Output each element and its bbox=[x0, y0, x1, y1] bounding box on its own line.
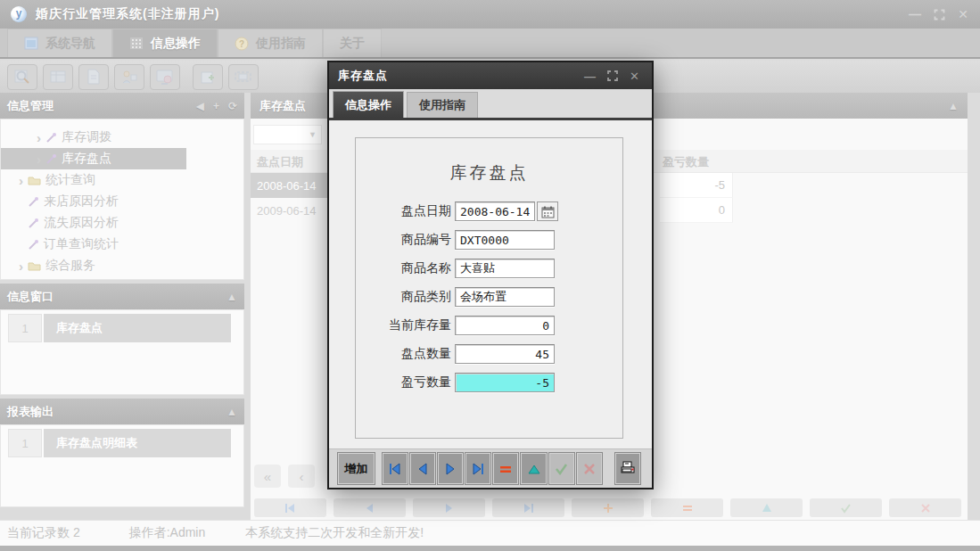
window-close-button[interactable]: ✕ bbox=[955, 6, 971, 22]
svg-text:?: ? bbox=[239, 39, 244, 49]
cancel-button[interactable] bbox=[577, 453, 602, 484]
pin-icon[interactable]: + bbox=[213, 100, 219, 112]
nav-first-button[interactable] bbox=[254, 498, 326, 517]
calendar-button[interactable] bbox=[537, 201, 558, 221]
column-header-qty[interactable]: 盈亏数量 bbox=[663, 154, 709, 170]
tree-item-loss-reason[interactable]: 流失原因分析 bbox=[1, 212, 243, 234]
plus-icon bbox=[603, 503, 614, 514]
dialog-tab-user-guide[interactable]: 使用指南 bbox=[407, 92, 478, 118]
add-button[interactable]: 增加 bbox=[338, 453, 375, 484]
dialog-maximize-button[interactable] bbox=[605, 68, 621, 84]
tab-user-guide[interactable]: ? 使用指南 bbox=[218, 29, 323, 57]
user-chart-icon bbox=[121, 70, 137, 85]
dialog-close-button[interactable]: ✕ bbox=[627, 68, 643, 84]
check-qty-field[interactable] bbox=[455, 344, 555, 364]
tree-item-comprehensive-service[interactable]: › 综合服务 bbox=[1, 255, 243, 276]
delete-record-button[interactable] bbox=[493, 453, 518, 484]
collapse-up-icon[interactable]: ▲ bbox=[226, 406, 237, 418]
page-first-button[interactable]: « bbox=[254, 465, 281, 488]
form-row-current-stock: 当前库存量 bbox=[356, 315, 622, 336]
wand-icon bbox=[28, 218, 39, 229]
filter-dropdown[interactable]: ▼ bbox=[253, 125, 322, 144]
cross-icon bbox=[583, 463, 596, 475]
info-management-panel-header: 信息管理 ◀ + ⟳ bbox=[0, 93, 244, 119]
info-window-row[interactable]: 1 库存盘点 bbox=[8, 314, 236, 342]
equals-icon bbox=[499, 464, 512, 474]
column-header-date[interactable]: 盘点日期 bbox=[257, 154, 303, 170]
window-restore-button[interactable] bbox=[931, 6, 947, 22]
field-label: 商品名称 bbox=[356, 260, 451, 276]
help-icon: ? bbox=[235, 37, 249, 51]
triangle-icon bbox=[528, 464, 540, 474]
system-message: 本系统支持二次开发和全新开发! bbox=[245, 525, 424, 541]
add-record-button[interactable] bbox=[572, 498, 644, 517]
last-record-button[interactable] bbox=[465, 453, 490, 484]
document-view-button[interactable] bbox=[78, 64, 109, 90]
first-record-icon bbox=[388, 463, 401, 475]
next-record-icon bbox=[443, 503, 455, 514]
search-icon bbox=[13, 69, 31, 85]
nav-prev-button[interactable] bbox=[334, 498, 406, 517]
monitor-button[interactable] bbox=[150, 64, 180, 90]
cancel-button[interactable] bbox=[889, 498, 961, 517]
tree-item-label: 订单查询统计 bbox=[44, 236, 119, 252]
search-button[interactable] bbox=[7, 64, 37, 90]
collapse-up-icon[interactable]: ▲ bbox=[226, 291, 237, 303]
tab-about[interactable]: 关于 bbox=[323, 29, 382, 57]
print-button[interactable] bbox=[615, 453, 640, 484]
table-icon bbox=[50, 70, 66, 84]
cross-icon bbox=[920, 503, 931, 514]
window-minimize-button[interactable]: — bbox=[907, 6, 923, 22]
current-stock-field[interactable] bbox=[455, 316, 555, 335]
form-row-date: 盘点日期 bbox=[356, 201, 622, 222]
edit-record-button[interactable] bbox=[521, 453, 546, 484]
table-view-button[interactable] bbox=[43, 64, 73, 90]
dialog-button-bar: 增加 bbox=[329, 448, 652, 488]
reports-panel-header: 报表输出 ▲ bbox=[0, 399, 244, 424]
edit-record-button[interactable] bbox=[730, 498, 803, 517]
first-record-button[interactable] bbox=[383, 453, 408, 484]
tree-item-visit-reason[interactable]: 来店原因分析 bbox=[1, 191, 243, 212]
app-window-icon bbox=[24, 37, 38, 51]
chevron-down-icon: ▼ bbox=[309, 130, 317, 139]
tree-item-stock-transfer[interactable]: › 库存调拨 bbox=[1, 127, 243, 148]
pager: « ‹ bbox=[254, 465, 315, 488]
tree-item-stock-check[interactable]: › 库存盘点 bbox=[1, 148, 186, 169]
product-category-field[interactable] bbox=[455, 287, 555, 307]
new-report-button[interactable] bbox=[193, 64, 223, 90]
tree-item-statistics-query[interactable]: › 统计查询 bbox=[1, 169, 243, 191]
confirm-button[interactable] bbox=[549, 453, 574, 484]
window-title: 婚庆行业管理系统(非注册用户) bbox=[36, 6, 219, 22]
printer-frame-icon bbox=[235, 70, 252, 84]
nav-next-button[interactable] bbox=[413, 498, 485, 517]
prev-record-icon bbox=[364, 503, 375, 514]
row-label: 库存盘点明细表 bbox=[44, 429, 231, 457]
collapse-up-icon[interactable]: ▲ bbox=[948, 100, 959, 112]
field-label: 盘点日期 bbox=[356, 203, 451, 219]
tab-info-operation[interactable]: 信息操作 bbox=[112, 29, 218, 57]
tree-item-order-query[interactable]: 订单查询统计 bbox=[1, 234, 243, 255]
delete-record-button[interactable] bbox=[651, 498, 723, 517]
product-name-field[interactable] bbox=[455, 259, 555, 278]
nav-last-button[interactable] bbox=[492, 498, 564, 517]
expand-icon: › bbox=[37, 130, 41, 145]
dialog-minimize-button[interactable]: — bbox=[582, 68, 598, 84]
user-analysis-button[interactable] bbox=[114, 64, 144, 90]
next-record-button[interactable] bbox=[438, 453, 463, 484]
date-field[interactable] bbox=[455, 201, 535, 221]
report-row[interactable]: 1 库存盘点明细表 bbox=[8, 429, 236, 457]
prev-record-button[interactable] bbox=[410, 453, 435, 484]
product-code-field[interactable] bbox=[455, 230, 555, 250]
confirm-button[interactable] bbox=[810, 498, 882, 517]
print-preview-button[interactable] bbox=[228, 64, 259, 90]
dialog-tab-info-operation[interactable]: 信息操作 bbox=[333, 91, 404, 118]
profit-loss-qty-field[interactable] bbox=[455, 373, 555, 392]
tab-system-nav[interactable]: 系统导航 bbox=[7, 29, 112, 57]
row-number: 1 bbox=[8, 429, 42, 457]
dialog-tab-strip: 信息操作 使用指南 bbox=[329, 89, 652, 118]
page-prev-button[interactable]: ‹ bbox=[288, 465, 315, 488]
form-row-check-qty: 盘点数量 bbox=[356, 343, 622, 365]
refresh-icon[interactable]: ⟳ bbox=[228, 100, 237, 112]
collapse-left-icon[interactable]: ◀ bbox=[196, 100, 204, 112]
tree-item-label: 库存盘点 bbox=[62, 151, 111, 167]
